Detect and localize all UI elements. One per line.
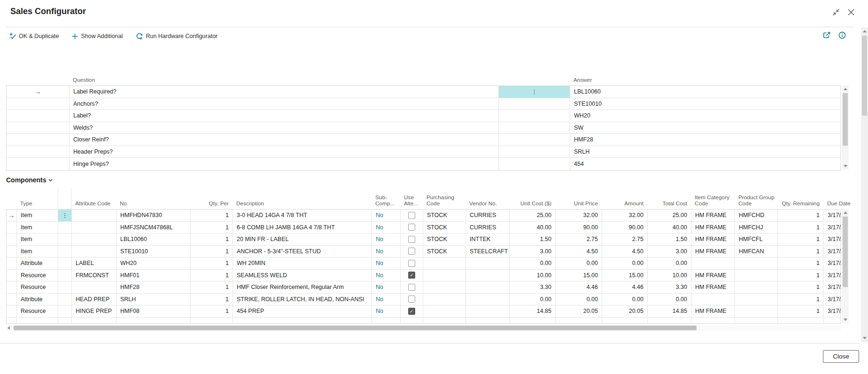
product_group_code-cell[interactable]: [735, 257, 778, 269]
purchasing_code-cell[interactable]: STOCK: [423, 246, 466, 257]
question-cell[interactable]: Header Preps?: [70, 146, 499, 158]
cell-ellipsis-menu-icon[interactable]: [531, 89, 537, 95]
sub_comp-cell[interactable]: No: [372, 270, 401, 281]
row-selector-cell[interactable]: [7, 98, 70, 110]
attribute_code-cell[interactable]: HEAD PREP: [72, 294, 116, 305]
no-cell[interactable]: HMFHDN47830: [116, 210, 191, 221]
item_category_code-cell[interactable]: HM FRAME: [691, 246, 735, 257]
use-alternate-checkbox[interactable]: [408, 248, 415, 255]
vendor_no-cell[interactable]: [466, 281, 510, 293]
column-header-sub_comp[interactable]: Sub-Comp...: [372, 195, 400, 209]
question-cell[interactable]: Label Required?: [70, 86, 499, 98]
no-cell[interactable]: HMF01: [116, 270, 191, 281]
column-header-attribute_code[interactable]: Attribute Code: [71, 201, 116, 209]
row-options-cell[interactable]: [499, 110, 570, 122]
sub-component-link[interactable]: No: [376, 212, 383, 218]
row-options-cell[interactable]: [58, 318, 72, 324]
qty_per-cell[interactable]: 1: [191, 222, 233, 234]
type-cell[interactable]: Attribute: [17, 294, 58, 305]
row-selector-cell[interactable]: [7, 122, 70, 134]
use_alt-cell[interactable]: [401, 281, 423, 293]
no-cell[interactable]: HMF08: [116, 305, 191, 317]
total_cost-cell[interactable]: 0.00: [648, 294, 691, 305]
use-alternate-checkbox[interactable]: [408, 212, 415, 219]
amount-cell[interactable]: 15.00: [602, 270, 648, 281]
vendor_no-cell[interactable]: INTTEK: [466, 234, 510, 245]
use_alt-cell[interactable]: [401, 246, 423, 257]
sub-component-link[interactable]: No: [376, 236, 383, 242]
due_date-cell[interactable]: 3/17/2: [824, 222, 841, 234]
attribute_code-cell[interactable]: [72, 234, 116, 245]
unit_cost-cell[interactable]: [510, 318, 556, 324]
vendor_no-cell[interactable]: STEELCRAFT: [466, 246, 510, 257]
product_group_code-cell[interactable]: HMFCHD: [735, 210, 778, 221]
sub_comp-cell[interactable]: No: [372, 281, 401, 293]
qty_remaining-cell[interactable]: 1: [778, 281, 824, 293]
sub_comp-cell[interactable]: No: [372, 234, 401, 245]
row-options-cell[interactable]: [499, 158, 570, 170]
scrollbar-thumb[interactable]: [14, 326, 697, 330]
question-cell[interactable]: Closer Reinf?: [70, 134, 499, 146]
qty_per-cell[interactable]: 1: [191, 281, 233, 293]
column-header-use_alt[interactable]: Use Alte...: [400, 195, 423, 209]
qty_per-cell[interactable]: 1: [191, 270, 233, 281]
attribute_code-cell[interactable]: [72, 222, 116, 234]
description-cell[interactable]: ANCHOR - 5-3/4"-STEEL STUD: [233, 246, 372, 257]
purchasing_code-cell[interactable]: STOCK: [423, 222, 466, 234]
row-options-cell[interactable]: [58, 210, 72, 221]
components-section-toggle[interactable]: Components: [6, 176, 53, 184]
total_cost-cell[interactable]: 10.00: [648, 270, 691, 281]
vendor_no-cell[interactable]: [466, 257, 510, 269]
description-cell[interactable]: 20 MIN FR - LABEL: [233, 234, 372, 245]
amount-cell[interactable]: [602, 318, 648, 324]
scrollbar-thumb[interactable]: [862, 36, 867, 116]
use-alternate-checkbox[interactable]: [408, 260, 415, 267]
sub_comp-cell[interactable]: No: [372, 294, 401, 305]
scrollbar-thumb[interactable]: [843, 93, 848, 146]
total_cost-cell[interactable]: 0.00: [648, 257, 691, 269]
no-cell[interactable]: [116, 318, 191, 324]
row-selector-cell[interactable]: [7, 318, 17, 324]
amount-cell[interactable]: 0.00: [602, 294, 648, 305]
row-options-cell[interactable]: [58, 294, 72, 305]
description-cell[interactable]: 454 PREP: [233, 305, 372, 317]
qty_remaining-cell[interactable]: 1: [778, 294, 824, 305]
column-header-answer[interactable]: Answer: [570, 77, 841, 86]
column-header-unit_price[interactable]: Unit Price: [555, 201, 602, 209]
sub_comp-cell[interactable]: No: [372, 305, 401, 317]
due_date-cell[interactable]: 3/17/2: [824, 246, 841, 257]
due_date-cell[interactable]: 3/17/2: [824, 210, 841, 221]
question-cell[interactable]: Welds?: [70, 122, 499, 134]
qty_remaining-cell[interactable]: 1: [778, 210, 824, 221]
amount-cell[interactable]: 20.05: [602, 305, 648, 317]
row-options-cell[interactable]: [499, 134, 570, 146]
sub-component-link[interactable]: No: [376, 296, 383, 303]
no-cell[interactable]: HMF28: [116, 281, 191, 293]
scroll-down-arrow-icon[interactable]: [844, 319, 847, 321]
item_category_code-cell[interactable]: [691, 257, 735, 269]
amount-cell[interactable]: 4.46: [602, 281, 648, 293]
use-alternate-checkbox[interactable]: [408, 236, 415, 243]
column-header-amount[interactable]: Amount: [602, 201, 647, 209]
share-icon[interactable]: [823, 31, 831, 39]
description-cell[interactable]: 6-8 COMB LH JAMB 14GA 4 7/8 THT: [233, 222, 372, 234]
unit_cost-cell[interactable]: 10.00: [510, 270, 556, 281]
column-header-total_cost[interactable]: Total Cost: [647, 201, 691, 209]
row-selector-cell[interactable]: [7, 234, 17, 245]
row-selector-cell[interactable]: [7, 281, 17, 293]
total_cost-cell[interactable]: 3.00: [648, 246, 691, 257]
product_group_code-cell[interactable]: [735, 270, 778, 281]
scroll-left-arrow-icon[interactable]: [8, 326, 10, 330]
product_group_code-cell[interactable]: HMFCHJ: [735, 222, 778, 234]
unit_cost-cell[interactable]: 3.30: [510, 281, 556, 293]
use_alt-cell[interactable]: [401, 305, 423, 317]
qty_remaining-cell[interactable]: 1: [778, 222, 824, 234]
scroll-up-arrow-icon[interactable]: [863, 30, 867, 32]
qty_per-cell[interactable]: 1: [191, 257, 233, 269]
row-options-cell[interactable]: [58, 234, 72, 245]
unit_price-cell[interactable]: 0.00: [556, 294, 602, 305]
item_category_code-cell[interactable]: HM FRAME: [691, 234, 735, 245]
use-alternate-checkbox[interactable]: [408, 272, 415, 279]
unit_cost-cell[interactable]: 1.50: [510, 234, 556, 245]
scrollbar-thumb[interactable]: [843, 217, 848, 287]
